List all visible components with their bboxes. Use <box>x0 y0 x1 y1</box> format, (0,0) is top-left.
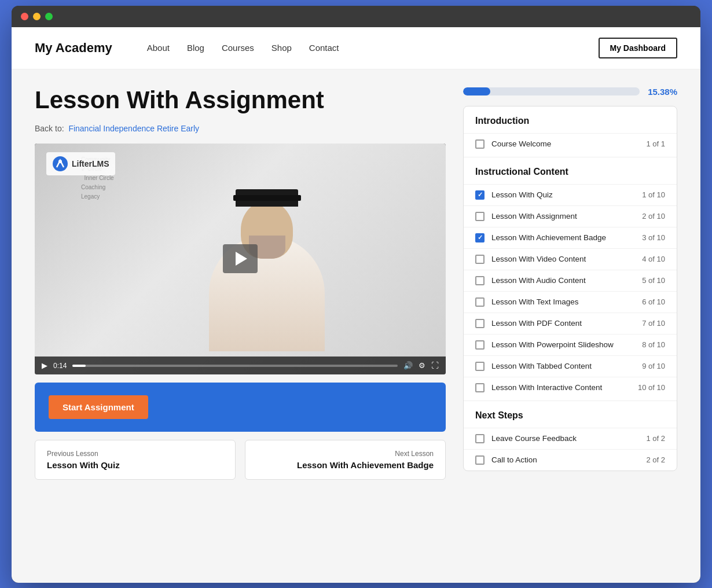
lesson-number: 2 of 2 <box>646 455 665 464</box>
browser-chrome <box>12 6 700 27</box>
nav-about[interactable]: About <box>147 43 170 53</box>
lesson-number: 5 of 10 <box>642 276 665 285</box>
nav-courses[interactable]: Courses <box>222 43 254 53</box>
main-layout: Lesson With Assignment Back to: Financia… <box>12 69 700 498</box>
list-item[interactable]: Leave Course Feedback1 of 2 <box>464 428 677 449</box>
back-link[interactable]: Financial Independence Retire Early <box>68 124 199 133</box>
list-item[interactable]: Lesson With Text Images6 of 10 <box>464 291 677 313</box>
list-item[interactable]: Course Welcome1 of 1 <box>464 133 677 155</box>
list-item[interactable]: Lesson With PDF Content7 of 10 <box>464 313 677 334</box>
progress-bar <box>463 87 640 95</box>
progress-percentage: 15.38% <box>648 87 677 97</box>
lesson-name: Lesson With Audio Content <box>491 276 635 285</box>
nav-contact[interactable]: Contact <box>309 43 339 53</box>
dashboard-button[interactable]: My Dashboard <box>599 38 677 58</box>
content-column: Lesson With Assignment Back to: Financia… <box>35 87 446 480</box>
lesson-name: Lesson With Tabbed Content <box>491 362 635 370</box>
lesson-number: 1 of 1 <box>646 139 665 148</box>
dot-red[interactable] <box>21 13 28 20</box>
list-item[interactable]: Lesson With Assignment2 of 10 <box>464 205 677 227</box>
start-assignment-button[interactable]: Start Assignment <box>49 395 148 419</box>
lesson-number: 9 of 10 <box>642 362 665 370</box>
settings-icon[interactable]: ⚙ <box>419 361 425 370</box>
prev-lesson-label: Previous Lesson <box>47 450 223 458</box>
lesson-number: 7 of 10 <box>642 319 665 328</box>
play-icon <box>236 252 247 266</box>
list-item[interactable]: Lesson With Interactive Content10 of 10 <box>464 377 677 398</box>
checkmark-icon: ✓ <box>478 234 483 241</box>
prev-lesson-title: Lesson With Quiz <box>47 460 223 470</box>
play-button[interactable] <box>223 244 258 273</box>
lesson-number: 10 of 10 <box>638 383 665 392</box>
dot-green[interactable] <box>45 13 53 20</box>
list-item[interactable]: Lesson With Video Content4 of 10 <box>464 248 677 270</box>
lesson-number: 1 of 2 <box>646 434 665 443</box>
site-nav: About Blog Courses Shop Contact <box>147 43 599 53</box>
lesson-checkbox[interactable] <box>475 255 485 264</box>
lesson-number: 2 of 10 <box>642 212 665 220</box>
lesson-name: Lesson With Video Content <box>491 255 635 263</box>
next-lesson-label: Next Lesson <box>257 450 434 458</box>
lesson-name: Course Welcome <box>491 139 639 148</box>
nav-shop[interactable]: Shop <box>271 43 292 53</box>
progress-fill <box>463 87 490 95</box>
section-header-0: Introduction <box>464 106 677 133</box>
nav-blog[interactable]: Blog <box>187 43 204 53</box>
video-controls: ▶ 0:14 🔊 ⚙ ⛶ <box>35 357 446 374</box>
assignment-box: Start Assignment <box>35 383 446 432</box>
dot-yellow[interactable] <box>33 13 41 20</box>
lesson-checkbox[interactable]: ✓ <box>475 190 485 200</box>
svg-point-1 <box>58 160 62 163</box>
next-lesson-card[interactable]: Next Lesson Lesson With Achievement Badg… <box>245 440 446 480</box>
progress-section: 15.38% <box>463 87 677 97</box>
lesson-number: 6 of 10 <box>642 297 665 306</box>
lesson-checkbox[interactable] <box>475 434 485 443</box>
next-lesson-title: Lesson With Achievement Badge <box>257 460 434 470</box>
lesson-checkbox[interactable] <box>475 212 485 221</box>
checkmark-icon: ✓ <box>478 191 483 199</box>
person-body <box>200 207 333 351</box>
lesson-checkbox[interactable] <box>475 340 485 350</box>
list-item[interactable]: ✓Lesson With Achievement Badge3 of 10 <box>464 227 677 248</box>
section-header-1: Instructional Content <box>464 157 677 184</box>
course-outline-card: IntroductionCourse Welcome1 of 1Instruct… <box>463 106 677 471</box>
lifterlms-icon <box>52 156 68 172</box>
lesson-number: 1 of 10 <box>642 190 665 199</box>
site-logo: My Academy <box>35 41 112 56</box>
lesson-name: Lesson With Interactive Content <box>491 383 631 392</box>
prev-lesson-card[interactable]: Previous Lesson Lesson With Quiz <box>35 440 236 480</box>
lesson-checkbox[interactable] <box>475 362 485 371</box>
fullscreen-icon[interactable]: ⛶ <box>431 361 439 370</box>
video-progress-fill <box>72 365 85 367</box>
list-item[interactable]: Lesson With Powerpoint Slideshow8 of 10 <box>464 334 677 355</box>
lesson-number: 4 of 10 <box>642 255 665 263</box>
lesson-name: Call to Action <box>491 455 639 464</box>
volume-icon[interactable]: 🔊 <box>403 361 413 370</box>
lesson-checkbox[interactable] <box>475 297 485 307</box>
list-item[interactable]: ✓Lesson With Quiz1 of 10 <box>464 184 677 205</box>
lesson-number: 8 of 10 <box>642 340 665 349</box>
lesson-name: Lesson With Quiz <box>491 190 635 199</box>
list-item[interactable]: Lesson With Tabbed Content9 of 10 <box>464 355 677 377</box>
play-ctrl-icon[interactable]: ▶ <box>42 361 47 370</box>
list-item[interactable]: Call to Action2 of 2 <box>464 449 677 471</box>
svg-point-0 <box>53 156 68 171</box>
lesson-name: Lesson With PDF Content <box>491 319 635 328</box>
video-player[interactable]: Community↙ Circle Inner CircleCoachingLe… <box>35 144 446 374</box>
lesson-name: Lesson With Achievement Badge <box>491 233 635 242</box>
lesson-checkbox[interactable]: ✓ <box>475 233 485 242</box>
lesson-name: Lesson With Assignment <box>491 212 635 220</box>
back-to-text: Back to: Financial Independence Retire E… <box>35 124 446 133</box>
video-logo-text: LifterLMS <box>72 159 109 168</box>
lesson-title: Lesson With Assignment <box>35 87 446 113</box>
list-item[interactable]: Lesson With Audio Content5 of 10 <box>464 270 677 291</box>
lesson-checkbox[interactable] <box>475 319 485 328</box>
lesson-checkbox[interactable] <box>475 455 485 465</box>
video-logo-overlay: LifterLMS <box>46 152 115 175</box>
hat-brim <box>233 195 301 201</box>
video-progress-track[interactable] <box>72 365 398 367</box>
lesson-checkbox[interactable] <box>475 139 485 149</box>
section-header-2: Next Steps <box>464 401 677 428</box>
lesson-checkbox[interactable] <box>475 383 485 392</box>
lesson-checkbox[interactable] <box>475 276 485 285</box>
